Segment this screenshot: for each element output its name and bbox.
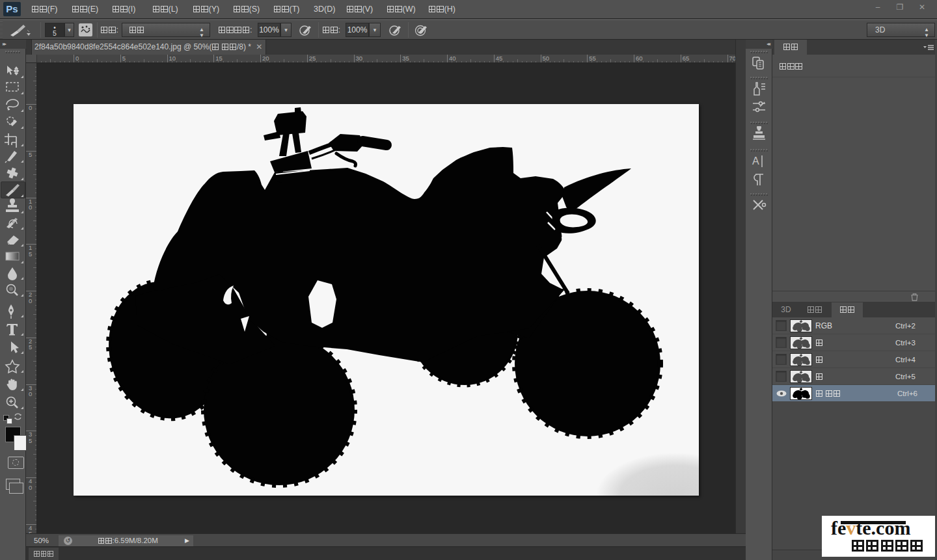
svg-text:A: A — [752, 155, 759, 167]
